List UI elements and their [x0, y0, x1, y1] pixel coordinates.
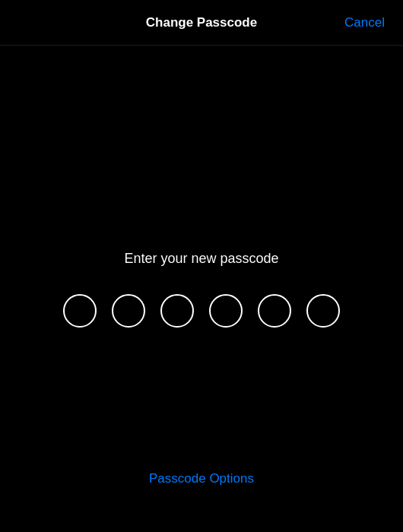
cancel-button[interactable]: Cancel [338, 12, 391, 33]
page-title: Change Passcode [146, 15, 257, 30]
passcode-dot-4 [209, 294, 243, 328]
passcode-dot-5 [258, 294, 291, 328]
navigation-bar: Change Passcode Cancel [0, 0, 403, 46]
passcode-dot-6 [306, 294, 340, 328]
passcode-options-button[interactable]: Passcode Options [149, 471, 254, 486]
passcode-dot-3 [160, 294, 194, 328]
passcode-dots-container [63, 294, 340, 328]
main-content: Enter your new passcode Passcode Options [0, 46, 403, 532]
passcode-dot-1 [63, 294, 97, 328]
passcode-dot-2 [112, 294, 145, 328]
passcode-prompt-text: Enter your new passcode [124, 251, 278, 267]
